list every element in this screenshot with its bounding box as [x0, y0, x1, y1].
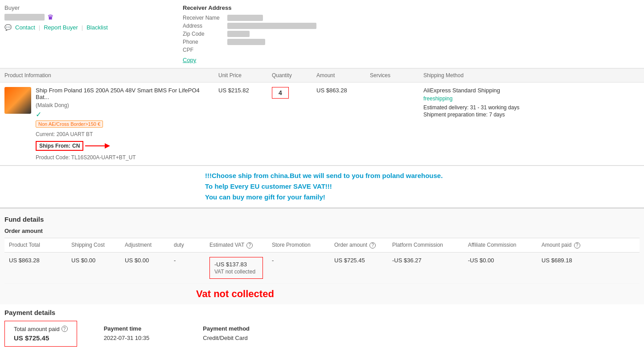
quantity-cell: 4	[267, 83, 312, 166]
total-paid-info-icon: ?	[62, 326, 68, 332]
receiver-address-row: Address ████████, Romania, 0█ █0	[183, 23, 635, 29]
payment-title: Payment details	[4, 309, 640, 316]
receiver-zip-row: Zip Code 0█ █3	[183, 31, 635, 37]
vat-amount: -US $137.83	[214, 261, 258, 268]
payment-time-col: Payment time 2022-07-31 10:35	[104, 325, 150, 341]
copy-link[interactable]: Copy	[183, 57, 196, 63]
receiver-name-row: Receiver Name A████nu	[183, 15, 635, 21]
col-est-vat: Estimated VAT ?	[205, 238, 267, 253]
col-duty: duty	[169, 238, 205, 253]
vat-cell: -US $137.83 VAT not collected	[205, 252, 267, 283]
vat-note: VAT not collected	[214, 269, 258, 275]
product-code: Product Code: TL16S200A-UART+BT_UT	[36, 154, 209, 161]
col-affiliate-commission: Affiliate Commission	[464, 238, 537, 253]
col-amount: Amount	[312, 69, 365, 83]
vat-annotation-text: Vat not collected	[196, 288, 640, 300]
receiver-zip-val: 0█ █3	[227, 31, 250, 37]
verified-icon: ✓	[36, 110, 209, 119]
payment-time-val: 2022-07-31 10:35	[104, 335, 150, 341]
buyer-actions: 💬 Contact | Report Buyer | Blacklist	[4, 24, 183, 31]
arrow-icon	[85, 139, 112, 153]
store-promo-val: -	[267, 252, 330, 283]
receiver-name-val: A████nu	[227, 15, 263, 21]
amount-paid-val: US $689.18	[537, 252, 640, 283]
freeshipping-badge: freeshipping	[423, 95, 640, 102]
blacklist-link[interactable]: Blacklist	[86, 24, 108, 31]
col-order-amount: Order amount ?	[330, 238, 388, 253]
ships-from-label: Ships From:	[39, 143, 70, 149]
annotation-line2: To help Every EU customer SAVE VAT!!!	[205, 181, 640, 192]
receiver-title: Receiver Address	[183, 4, 635, 11]
separator1: |	[39, 24, 40, 31]
quantity-box: 4	[272, 87, 289, 99]
fund-table-header: Product Total Shipping Cost Adjustment d…	[4, 238, 640, 253]
amount-paid-info-icon: ?	[574, 242, 580, 248]
ships-from-wrapper: Ships From: CN	[36, 139, 209, 153]
fund-header-row: Product Total Shipping Cost Adjustment d…	[4, 238, 640, 253]
order-amount-label: Order amount	[4, 228, 640, 234]
vat-box: -US $137.83 VAT not collected	[209, 257, 263, 279]
col-adjustment: Adjustment	[120, 238, 169, 253]
product-seller: (Malaik Dong)	[36, 102, 209, 108]
product-attr-current: Current: 200A UART BT	[36, 131, 209, 137]
annotation-line1: !!!Choose ship from china.But we will se…	[205, 170, 640, 181]
fund-details-title: Fund details	[4, 215, 640, 223]
product-info-cell: Ship From Poland 16S 200A 250A 48V Smart…	[0, 83, 214, 166]
receiver-zip-key: Zip Code	[183, 31, 227, 37]
total-paid-label: Total amount paid ?	[14, 326, 68, 332]
product-name: Ship From Poland 16S 200A 250A 48V Smart…	[36, 87, 209, 100]
order-amount-info-icon: ?	[369, 242, 376, 248]
product-table-body: Ship From Poland 16S 200A 250A 48V Smart…	[0, 83, 644, 207]
amount-cell: US $863.28	[312, 83, 365, 166]
affiliate-commission-val: -US $0.00	[464, 252, 537, 283]
contact-link[interactable]: Contact	[15, 24, 35, 31]
crown-icon: ♛	[47, 13, 53, 21]
receiver-address-val: ████████, Romania, 0█ █0	[227, 23, 316, 29]
total-paid-amount: US $725.45	[14, 334, 68, 342]
product-image	[4, 87, 31, 114]
product-row: Ship From Poland 16S 200A 250A 48V Smart…	[0, 83, 644, 166]
payment-method-val: Credit/Debit Card	[203, 335, 250, 341]
tag-non-ae: Non AE/Cross Border>150 €	[36, 120, 103, 128]
shipping-cost-val: US $0.00	[67, 252, 120, 283]
duty-val: -	[169, 252, 205, 283]
product-info-wrapper: Ship From Poland 16S 200A 250A 48V Smart…	[4, 87, 209, 161]
annotation-line3: You can buy more gift for your family!	[205, 192, 640, 203]
receiver-cpf-key: CPF	[183, 47, 227, 53]
fund-section: Fund details Order amount Product Total …	[0, 207, 644, 304]
services-cell	[365, 83, 419, 166]
col-unit-price: Unit Price	[214, 69, 267, 83]
col-product-total: Product Total	[4, 238, 67, 253]
col-quantity: Quantity	[267, 69, 312, 83]
receiver-section: Receiver Address Receiver Name A████nu A…	[183, 4, 635, 63]
report-buyer-link[interactable]: Report Buyer	[44, 24, 78, 31]
product-total-val: US $863.28	[4, 252, 67, 283]
ships-from-box: Ships From: CN	[36, 141, 83, 151]
top-section: Buyer nu ♛ 💬 Contact | Report Buyer | Bl…	[0, 0, 644, 68]
annotation-text: !!!Choose ship from china.But we will se…	[205, 170, 640, 203]
buyer-label: Buyer	[4, 4, 183, 11]
chat-icon: 💬	[4, 24, 12, 31]
ships-from-val: CN	[72, 143, 80, 149]
receiver-phone-row: Phone +40██████2	[183, 39, 635, 45]
annotation-row: !!!Choose ship from china.But we will se…	[0, 166, 644, 207]
fund-table: Product Total Shipping Cost Adjustment d…	[4, 238, 640, 284]
product-code-val: TL16S200A-UART+BT_UT	[71, 154, 136, 161]
payment-method-col: Payment method Credit/Debit Card	[203, 325, 250, 341]
col-product-info: Product Information	[0, 69, 214, 83]
receiver-address-key: Address	[183, 23, 227, 29]
col-shipping-cost: Shipping Cost	[67, 238, 120, 253]
receiver-name-key: Receiver Name	[183, 15, 227, 21]
payment-section: Payment details Total amount paid ? US $…	[0, 304, 644, 352]
fund-table-body: US $863.28 US $0.00 US $0.00 - -US $137.…	[4, 252, 640, 283]
product-table-header: Product Information Unit Price Quantity …	[0, 69, 644, 83]
platform-commission-val: -US $36.27	[388, 252, 464, 283]
separator2: |	[82, 24, 83, 31]
shipping-cell: AliExpress Standard Shipping freeshippin…	[419, 83, 644, 166]
receiver-phone-key: Phone	[183, 39, 227, 45]
product-details: Ship From Poland 16S 200A 250A 48V Smart…	[36, 87, 209, 161]
fund-values-row: US $863.28 US $0.00 US $0.00 - -US $137.…	[4, 252, 640, 283]
annotation-cell: !!!Choose ship from china.But we will se…	[0, 166, 644, 207]
col-store-promo: Store Promotion	[267, 238, 330, 253]
payment-time-label: Payment time	[104, 325, 150, 332]
